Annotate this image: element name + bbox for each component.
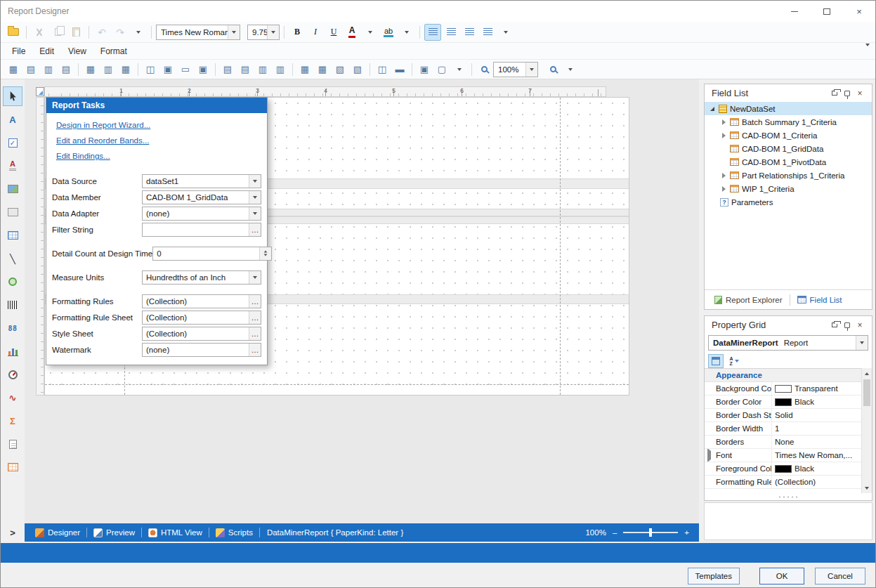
dropdown-button[interactable] <box>249 207 261 220</box>
ok-button[interactable]: OK <box>759 568 804 584</box>
highlight-button[interactable]: ab <box>380 24 397 41</box>
close-panel-button[interactable]: × <box>854 319 866 332</box>
templates-button[interactable]: Templates <box>688 568 740 584</box>
sparkline-tool[interactable]: ∿ <box>3 388 22 407</box>
expander[interactable] <box>720 133 727 138</box>
category-appearance[interactable]: Appearance <box>705 369 861 382</box>
zoom-in-button[interactable] <box>544 61 561 78</box>
font-size-combo[interactable]: 9.75 <box>247 25 280 40</box>
dropdown-button[interactable] <box>249 175 261 188</box>
redo-button[interactable]: ↷ <box>112 24 129 41</box>
restore-panel-button[interactable] <box>828 87 841 100</box>
make-same-width-icon[interactable]: ◫ <box>142 61 159 78</box>
toolbox-overflow-button[interactable]: > <box>1 523 25 542</box>
increase-vertical-spacing-icon[interactable]: ▦ <box>314 61 331 78</box>
zoom-menu-button[interactable] <box>562 61 579 78</box>
vertical-ruler[interactable] <box>36 97 44 396</box>
font-color-button[interactable]: A <box>344 24 360 41</box>
property-grid-scrollbar[interactable] <box>861 368 872 493</box>
align-centers-icon[interactable]: ▥ <box>40 61 57 78</box>
toolbar-overflow-button[interactable] <box>497 24 514 41</box>
style-sheet-editor[interactable]: (Collection)… <box>142 327 261 341</box>
center-vertically-icon[interactable]: ▬ <box>391 61 408 78</box>
undo-redo-menu-button[interactable] <box>130 24 147 41</box>
remove-vertical-spacing-icon[interactable]: ▧ <box>349 61 366 78</box>
tree-node-table[interactable]: CAD-BOM 1_PivotData <box>705 155 872 169</box>
tree-node-table[interactable]: Part Relationships 1_Criteria <box>705 169 872 182</box>
gauge-tool[interactable] <box>3 365 22 384</box>
open-button[interactable] <box>5 24 22 41</box>
align-center-button[interactable] <box>443 24 459 41</box>
edit-and-reorder-bands-link[interactable]: Edit and Reorder Bands... <box>56 136 257 145</box>
zoom-out-button[interactable] <box>476 61 492 78</box>
tab-field-list[interactable]: Field List <box>790 290 849 309</box>
remove-horizontal-spacing-icon[interactable]: ▥ <box>272 61 289 78</box>
shape-tool[interactable] <box>3 272 22 292</box>
tree-node-table[interactable]: CAD-BOM 1_Criteria <box>705 129 872 142</box>
rich-text-tool[interactable]: A <box>3 156 22 176</box>
categorized-button[interactable] <box>708 354 724 368</box>
scroll-down-button[interactable] <box>862 483 872 493</box>
zoom-slider-thumb[interactable] <box>649 528 652 537</box>
formatting-rules-editor[interactable]: (Collection)… <box>142 294 261 308</box>
highlight-menu-button[interactable] <box>398 24 415 41</box>
dropdown-button[interactable] <box>249 191 261 204</box>
filter-string-input[interactable]: … <box>142 223 261 237</box>
menu-file[interactable]: File <box>5 44 32 58</box>
paste-button[interactable] <box>67 24 84 41</box>
align-left-button[interactable] <box>424 24 441 41</box>
property-row[interactable]: Font Times New Roman,... <box>705 449 861 462</box>
design-surface[interactable]: 1 2 3 4 5 6 7 Report Tasks <box>25 79 699 523</box>
tab-report-explorer[interactable]: Report Explorer <box>707 290 790 309</box>
design-in-report-wizard-link[interactable]: Design in Report Wizard... <box>56 121 257 129</box>
maximize-button[interactable] <box>811 1 843 22</box>
layout-overflow-button[interactable] <box>451 61 468 78</box>
tree-node-table[interactable]: Batch Summary 1_Criteria <box>705 115 872 129</box>
spinner-buttons[interactable] <box>259 247 271 260</box>
formatting-rule-sheet-editor[interactable]: (Collection)… <box>142 311 261 325</box>
property-row[interactable]: Border Width 1 <box>705 422 861 436</box>
check-box-tool[interactable]: ✓ <box>3 133 22 152</box>
send-to-back-icon[interactable]: ▢ <box>433 61 450 78</box>
property-row[interactable]: Border Color Black <box>705 396 861 409</box>
cancel-button[interactable]: Cancel <box>815 568 865 584</box>
decrease-vertical-spacing-icon[interactable]: ▧ <box>332 61 348 78</box>
tab-preview[interactable]: Preview <box>87 523 141 542</box>
tab-designer[interactable]: Designer <box>29 523 86 542</box>
undo-button[interactable]: ↶ <box>93 24 110 41</box>
expander[interactable] <box>720 186 727 192</box>
tab-scripts[interactable]: Scripts <box>209 523 259 542</box>
property-row[interactable]: Background Col Transparent <box>705 382 861 396</box>
alphabetical-sort-button[interactable]: AZ <box>726 354 742 368</box>
dropdown-button[interactable] <box>525 63 537 77</box>
zoom-out-button[interactable]: – <box>613 528 617 537</box>
pointer-tool[interactable] <box>3 86 22 106</box>
close-button[interactable]: × <box>843 1 875 22</box>
align-rights-icon[interactable]: ▤ <box>58 61 74 78</box>
decrease-horizontal-spacing-icon[interactable]: ▥ <box>254 61 271 78</box>
pin-panel-button[interactable] <box>841 87 854 100</box>
data-adapter-dropdown[interactable]: (none) <box>142 207 261 221</box>
pivot-grid-tool[interactable] <box>3 457 22 477</box>
align-justify-button[interactable] <box>479 24 496 41</box>
bring-to-front-icon[interactable]: ▣ <box>416 61 433 78</box>
ellipsis-button[interactable]: … <box>249 344 261 356</box>
expand-icon[interactable] <box>707 451 711 459</box>
center-horizontally-icon[interactable]: ◫ <box>374 61 391 78</box>
watermark-editor[interactable]: (none)… <box>142 343 261 357</box>
minimize-button[interactable] <box>778 1 811 22</box>
make-same-size-icon[interactable]: ▣ <box>195 61 211 78</box>
ellipsis-button[interactable]: … <box>249 311 261 324</box>
pin-panel-button[interactable] <box>841 319 854 332</box>
zoom-slider[interactable] <box>623 532 678 533</box>
property-row[interactable]: Foreground Col Black <box>705 462 861 476</box>
zoom-in-button[interactable]: + <box>684 528 689 537</box>
tree-node-newdataset[interactable]: NewDataSet <box>705 102 872 115</box>
dropdown-button[interactable] <box>228 25 240 39</box>
italic-button[interactable]: I <box>307 24 324 41</box>
expander[interactable] <box>720 173 727 178</box>
ellipsis-button[interactable]: … <box>249 295 261 308</box>
align-right-button[interactable] <box>461 24 478 41</box>
detail-count-spinner[interactable]: 0 <box>152 247 272 261</box>
align-tops-icon[interactable]: ▦ <box>82 61 99 78</box>
